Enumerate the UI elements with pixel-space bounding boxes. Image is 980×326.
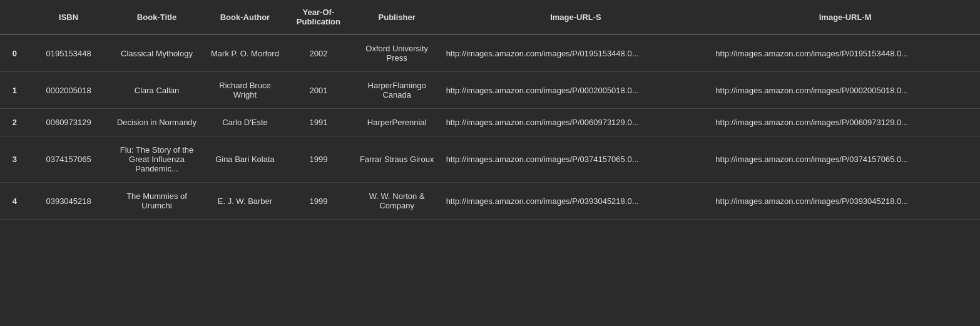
cell-index: 2 [0,109,29,136]
cell-year: 2002 [284,34,353,72]
cell-publisher: HarperPerennial [353,109,441,136]
table-row: 10002005018Clara CallanRichard Bruce Wri… [0,72,980,109]
cell-year: 1999 [284,183,353,220]
table-row: 00195153448Classical MythologyMark P. O.… [0,34,980,72]
cell-isbn: 0195153448 [29,34,108,72]
header-author: Book-Author [206,0,284,34]
header-index [0,0,29,34]
header-image-url-m: Image-URL-M [710,0,980,34]
cell-isbn: 0002005018 [29,72,108,109]
cell-publisher: W. W. Norton & Company [353,183,441,220]
table-row: 30374157065Flu: The Story of the Great I… [0,136,980,183]
cell-image-url-s: http://images.amazon.com/images/P/006097… [441,109,711,136]
cell-index: 1 [0,72,29,109]
cell-publisher: Farrar Straus Giroux [353,136,441,183]
cell-author: E. J. W. Barber [206,183,284,220]
table-row: 20060973129Decision in NormandyCarlo D'E… [0,109,980,136]
header-title: Book-Title [108,0,206,34]
cell-image-url-m: http://images.amazon.com/images/P/039304… [710,183,980,220]
cell-title: Decision in Normandy [108,109,206,136]
cell-isbn: 0393045218 [29,183,108,220]
cell-title: Clara Callan [108,72,206,109]
cell-author: Gina Bari Kolata [206,136,284,183]
cell-image-url-s: http://images.amazon.com/images/P/039304… [441,183,711,220]
table-row: 40393045218The Mummies of UrumchiE. J. W… [0,183,980,220]
cell-image-url-m: http://images.amazon.com/images/P/006097… [710,109,980,136]
header-image-url-s: Image-URL-S [441,0,711,34]
cell-image-url-m: http://images.amazon.com/images/P/037415… [710,136,980,183]
cell-author: Carlo D'Este [206,109,284,136]
cell-index: 3 [0,136,29,183]
cell-title: The Mummies of Urumchi [108,183,206,220]
cell-image-url-m: http://images.amazon.com/images/P/000200… [710,72,980,109]
cell-image-url-s: http://images.amazon.com/images/P/019515… [441,34,711,72]
cell-publisher: Oxford University Press [353,34,441,72]
header-isbn: ISBN [29,0,108,34]
cell-title: Flu: The Story of the Great Influenza Pa… [108,136,206,183]
books-table: ISBN Book-Title Book-Author Year-Of-Publ… [0,0,980,220]
cell-publisher: HarperFlamingo Canada [353,72,441,109]
cell-image-url-s: http://images.amazon.com/images/P/037415… [441,136,711,183]
header-publisher: Publisher [353,0,441,34]
cell-image-url-m: http://images.amazon.com/images/P/019515… [710,34,980,72]
cell-author: Mark P. O. Morford [206,34,284,72]
header-year: Year-Of-Publication [284,0,353,34]
cell-index: 4 [0,183,29,220]
cell-year: 1999 [284,136,353,183]
cell-author: Richard Bruce Wright [206,72,284,109]
cell-isbn: 0374157065 [29,136,108,183]
cell-isbn: 0060973129 [29,109,108,136]
cell-title: Classical Mythology [108,34,206,72]
cell-year: 2001 [284,72,353,109]
cell-year: 1991 [284,109,353,136]
table-header-row: ISBN Book-Title Book-Author Year-Of-Publ… [0,0,980,34]
cell-index: 0 [0,34,29,72]
cell-image-url-s: http://images.amazon.com/images/P/000200… [441,72,711,109]
